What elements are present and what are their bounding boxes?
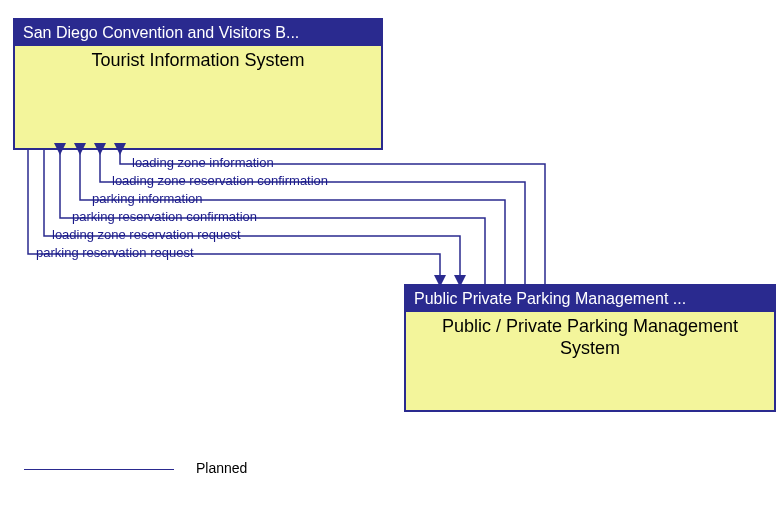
legend-label-planned: Planned [196,460,247,476]
entity-tourist-info-title: Tourist Information System [15,46,381,76]
flow-label-loading-zone-res-conf: loading zone reservation confirmation [112,173,328,188]
flow-label-parking-res-req: parking reservation request [36,245,194,260]
entity-tourist-info: San Diego Convention and Visitors B... T… [13,18,383,150]
flow-label-parking-info: parking information [92,191,203,206]
flow-label-loading-zone-info: loading zone information [132,155,274,170]
entity-parking-mgmt-header: Public Private Parking Management ... [406,286,774,312]
flow-label-loading-zone-res-req: loading zone reservation request [52,227,241,242]
flow-label-parking-res-conf: parking reservation confirmation [72,209,257,224]
entity-parking-mgmt-title: Public / Private Parking Management Syst… [406,312,774,363]
entity-parking-mgmt: Public Private Parking Management ... Pu… [404,284,776,412]
legend-line-planned [24,469,174,470]
entity-tourist-info-header: San Diego Convention and Visitors B... [15,20,381,46]
